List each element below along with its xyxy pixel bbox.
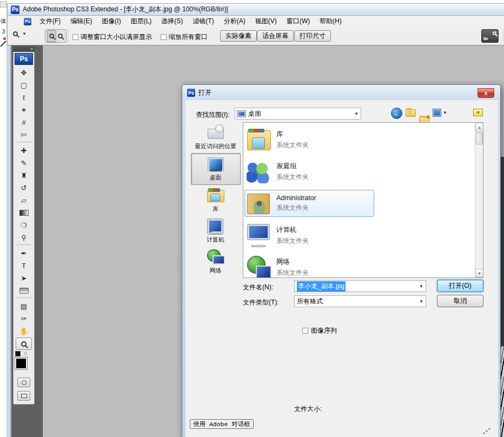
menu-item[interactable]: 分析(A) <box>219 16 250 27</box>
zoom-in-button[interactable] <box>47 30 56 42</box>
look-in-label: 查找范围(I): <box>196 110 230 120</box>
zoom-out-button[interactable] <box>56 31 64 42</box>
scrollbar[interactable]: ▲ ▼ <box>475 123 483 277</box>
scroll-up-icon[interactable]: ▲ <box>475 123 483 131</box>
file-name: 库 <box>276 130 309 139</box>
file-row[interactable]: Administrator 系统文件夹 <box>244 190 374 217</box>
place-label: 网络 <box>210 267 222 275</box>
menu-item[interactable]: 编辑(E) <box>65 16 97 27</box>
menu-item[interactable]: 文件(F) <box>35 16 65 27</box>
crop-tool[interactable]: # <box>16 116 32 129</box>
checkbox-icon[interactable] <box>161 34 167 40</box>
slice-tool[interactable]: ✄ <box>16 129 32 141</box>
views-menu-button[interactable]: ▼ <box>433 109 447 117</box>
shape-tool[interactable] <box>16 284 32 297</box>
magic-wand-tool[interactable]: ✶ <box>16 104 32 116</box>
tool-separator[interactable] <box>16 297 32 300</box>
type-tool[interactable]: T <box>16 260 32 272</box>
hand-tool[interactable]: ✋ <box>16 325 32 337</box>
default-colors-icon[interactable] <box>15 351 21 356</box>
place-desktop[interactable]: 桌面 <box>191 153 241 185</box>
quick-mask-button[interactable] <box>17 378 30 387</box>
desktop-icon <box>237 111 246 117</box>
views-grid-icon <box>433 109 441 117</box>
menu-item[interactable]: 图像(I) <box>97 16 125 27</box>
brush-tool[interactable]: ✎ <box>16 157 32 169</box>
file-row[interactable]: 家庭组 系统文件夹 <box>244 158 461 185</box>
place-computer[interactable]: 计算机 <box>191 216 241 247</box>
actual-pixels-button[interactable]: 实际像素 <box>220 30 257 42</box>
open-dialog: Ps 打开 x 查找范围(I): 桌面 ▼ ← ↑ ✱ ▼ ✳ 最近访问的位置 … <box>182 84 501 437</box>
image-sequence-checkbox[interactable]: 图像序列 <box>302 326 337 335</box>
foreground-color-swatch[interactable] <box>15 357 27 369</box>
screen-mode-button[interactable] <box>17 391 30 401</box>
toolbox-collapse-header[interactable]: » <box>13 46 35 52</box>
place-network[interactable]: 网络 <box>191 247 241 277</box>
look-in-dropdown[interactable]: 桌面 ▼ <box>235 108 361 120</box>
window-frame-edge <box>7 45 11 437</box>
tool-separator[interactable] <box>16 142 32 144</box>
checkbox-icon[interactable] <box>72 34 78 40</box>
menu-item[interactable]: 图层(L) <box>126 16 157 27</box>
file-row[interactable]: 计算机 系统文件夹 <box>244 222 461 249</box>
scroll-down-icon[interactable]: ▼ <box>475 269 483 277</box>
panel-dock: » Ps ✥ ▢ ℓ ✶ # ✄ <box>11 45 43 437</box>
use-adobe-dialog-button[interactable]: 使用 Adobe 对话框 <box>190 419 254 429</box>
history-brush-tool[interactable]: ↺ <box>16 182 32 194</box>
quick-mask-icon <box>22 380 26 385</box>
eraser-tool[interactable]: ▱ <box>16 194 32 207</box>
clone-stamp-tool[interactable]: ♜ <box>16 169 32 182</box>
file-name-input[interactable]: 李小龙_副本.jpg ▼ <box>294 280 426 292</box>
favorites-folder-button[interactable]: ✳ <box>473 109 483 116</box>
notes-tool[interactable]: ▤ <box>16 300 32 313</box>
pen-tool[interactable]: ✒ <box>16 247 32 260</box>
pen-stroke <box>0 41 6 47</box>
move-tool[interactable]: ✥ <box>16 67 32 79</box>
resize-grip[interactable] <box>483 428 490 434</box>
tool-separator[interactable] <box>16 244 32 247</box>
window-titlebar: Ps Adobe Photoshop CS3 Extended - [李小龙_副… <box>7 3 504 16</box>
checkbox-icon[interactable] <box>302 328 308 334</box>
file-type-dropdown[interactable]: 所有格式 ▼ <box>294 295 426 307</box>
magnifier-icon <box>493 31 496 35</box>
scrollbar-thumb[interactable] <box>476 133 483 144</box>
resize-window-checkbox[interactable]: 调整窗口大小以满屏显示 <box>72 32 152 42</box>
cancel-button[interactable]: 取消 <box>437 295 483 307</box>
eyedropper-tool[interactable]: ✑ <box>16 313 32 325</box>
gradient-tool[interactable] <box>16 207 32 219</box>
checkbox-label: 图像序列 <box>311 326 337 335</box>
up-one-level-button[interactable]: ↑ <box>406 109 416 117</box>
file-type: 系统文件夹 <box>276 173 309 182</box>
open-button[interactable]: 打开(O) <box>437 280 483 292</box>
menu-item[interactable]: 视图(V) <box>250 16 282 27</box>
menu-item[interactable]: 选择(S) <box>156 16 188 27</box>
place-libraries[interactable]: 库 <box>191 185 241 216</box>
photoshop-logo-button[interactable]: Ps <box>15 53 33 65</box>
menu-item[interactable]: 滤镜(T) <box>188 16 218 27</box>
menu-item[interactable]: 帮助(H) <box>315 16 347 27</box>
file-name: Administrator <box>276 194 316 202</box>
file-row[interactable]: 网络 系统文件夹 <box>244 254 461 278</box>
lasso-tool[interactable]: ℓ <box>16 91 32 104</box>
icon-libraries <box>247 128 271 151</box>
chevron-down-icon: ▼ <box>351 111 359 116</box>
swap-colors-icon[interactable]: ⤫ <box>23 350 28 357</box>
print-size-button[interactable]: 打印尺寸 <box>294 30 331 42</box>
close-button[interactable]: x <box>478 88 494 98</box>
zoom-all-windows-checkbox[interactable]: 缩放所有窗口 <box>161 32 208 42</box>
menu-item[interactable]: 窗口(W) <box>282 16 315 27</box>
zoom-tool[interactable] <box>16 337 32 350</box>
fit-screen-button[interactable]: 适合屏幕 <box>257 30 294 42</box>
dodge-tool[interactable]: ⚲ <box>16 231 32 244</box>
icon-libraries <box>207 187 225 203</box>
back-button[interactable]: ← <box>391 108 402 119</box>
path-select-tool[interactable]: ➤ <box>16 272 32 284</box>
marquee-tool[interactable]: ▢ <box>16 79 32 91</box>
place-recent[interactable]: 最近访问的位置 <box>191 122 241 153</box>
healing-brush-tool[interactable]: ✚ <box>16 144 32 157</box>
go-to-bridge-button[interactable]: Br <box>481 29 499 43</box>
magnifier-icon <box>13 31 18 36</box>
blur-tool[interactable]: ❍ <box>16 219 32 231</box>
zoom-tool-preset[interactable]: ▼ <box>13 31 26 36</box>
file-row[interactable]: 库 系统文件夹 <box>244 126 461 153</box>
